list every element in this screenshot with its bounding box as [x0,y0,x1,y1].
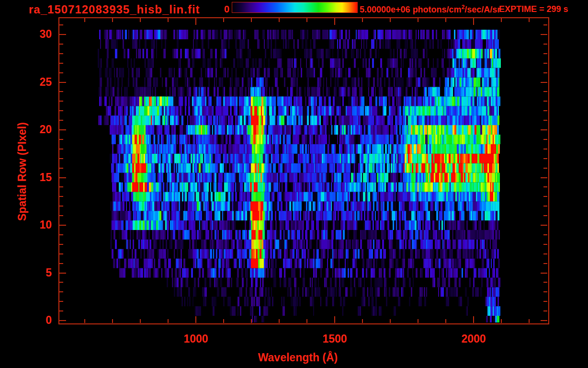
tick-mark [251,319,252,323]
tick-mark [541,177,547,178]
tick-mark [59,72,63,73]
tick-mark [59,291,63,292]
tick-mark [543,244,547,245]
tick-mark [529,319,530,323]
tick-mark [543,139,547,140]
tick-mark [59,253,63,254]
tick-mark [390,18,391,22]
tick-mark [223,319,224,323]
tick-mark [59,206,63,207]
tick-mark [59,320,66,321]
tick-mark [59,91,63,92]
tick-mark [59,225,66,226]
tick-mark [543,120,547,121]
tick-mark [543,282,547,283]
tick-mark [543,91,547,92]
tick-mark [59,186,63,187]
tick-mark [543,63,547,64]
tick-mark [59,282,63,283]
tick-mark [529,18,530,22]
tick-mark [543,168,547,169]
tick-mark [59,120,63,121]
tick-mark [168,18,169,22]
tick-mark [334,18,335,25]
tick-mark [59,24,63,25]
tick-mark [306,18,307,22]
colorbar-min-label: 0 [206,4,229,15]
tick-mark [59,196,63,197]
tick-mark [390,319,391,323]
tick-mark [59,263,63,264]
tick-mark [59,177,66,178]
tick-mark [445,18,446,22]
tick-mark [334,316,335,323]
title-filename: ra_150712083935_hisb_lin.fit [29,3,200,16]
tick-mark [140,18,141,22]
tick-mark [59,168,63,169]
tick-mark [543,310,547,311]
tick-mark [473,18,474,25]
tick-mark [59,110,63,111]
tick-mark [279,18,280,22]
y-axis-label: Spatial Row (PIxel) [16,122,29,221]
tick-mark [543,206,547,207]
tick-mark [543,149,547,150]
x-tick-label: 1500 [322,333,347,345]
tick-mark [84,319,85,323]
tick-mark [59,244,63,245]
tick-mark [195,316,196,323]
tick-mark [362,319,363,323]
tick-mark [418,319,418,323]
tick-mark [543,110,547,111]
tick-mark [59,129,66,130]
tick-mark [501,319,502,323]
tick-mark [59,53,63,54]
tick-mark [59,158,63,159]
exptime-label: EXPTIME = 299 s [499,4,568,14]
colorbar-max-label: 5.00000e+06 photons/cm2/sec/A/sr [360,4,500,15]
tick-mark [251,18,252,22]
tick-mark [112,18,113,22]
tick-mark [59,82,66,83]
tick-mark [543,101,547,102]
spectrograph-display-window: { "header": { "filename": "ra_1507120839… [0,0,588,368]
colorbar [232,2,358,13]
y-tick-label: 0 [19,314,52,327]
tick-mark [541,129,547,130]
tick-mark [59,63,63,64]
colorbar-units: photons/cm [413,5,462,14]
x-tick-label: 2000 [461,333,486,345]
tick-mark [543,196,547,197]
tick-mark [279,319,280,323]
y-tick-label: 5 [19,266,52,279]
tick-mark [543,44,547,45]
tick-mark [59,310,63,311]
tick-mark [543,263,547,264]
tick-mark [541,82,547,83]
tick-mark [362,18,363,22]
tick-mark [543,186,547,187]
tick-mark [543,24,547,25]
tick-mark [168,319,169,323]
tick-mark [195,18,196,25]
tick-mark [59,34,66,35]
tick-mark [59,234,63,235]
y-tick-label: 25 [19,75,52,88]
tick-mark [445,319,446,323]
x-axis-label: Wavelength (Å) [258,351,338,364]
tick-mark [543,253,547,254]
tick-mark [543,72,547,73]
tick-mark [140,319,141,323]
x-tick-label: 1000 [183,333,208,345]
tick-mark [112,319,113,323]
tick-mark [543,53,547,54]
tick-mark [501,18,502,22]
tick-mark [543,234,547,235]
colorbar-max-value: 5.00000e+06 [360,5,410,14]
tick-mark [59,273,66,274]
tick-mark [418,18,418,22]
tick-mark [59,301,63,302]
tick-mark [306,319,307,323]
spectrogram-heatmap [59,18,547,322]
tick-mark [543,291,547,292]
